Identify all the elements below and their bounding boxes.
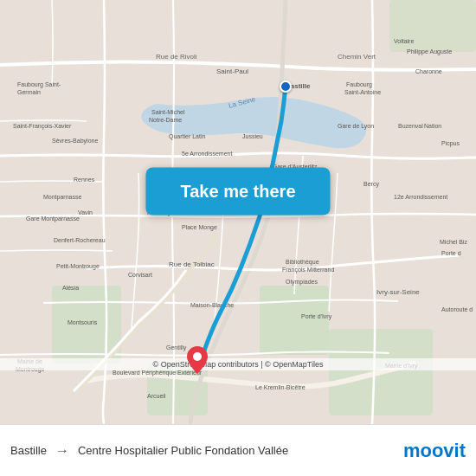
svg-text:Montparnasse: Montparnasse <box>43 194 81 201</box>
svg-text:Notre-Dame: Notre-Dame <box>149 117 182 123</box>
svg-text:Sèvres-Babylone: Sèvres-Babylone <box>52 138 98 145</box>
svg-text:Le Kremlin-Bicêtre: Le Kremlin-Bicêtre <box>255 384 306 390</box>
svg-text:Montsouris: Montsouris <box>68 319 98 325</box>
svg-text:Bercy: Bercy <box>363 181 379 188</box>
svg-text:Ivry-sur-Seine: Ivry-sur-Seine <box>376 288 420 296</box>
svg-text:Corvisart: Corvisart <box>128 272 152 278</box>
svg-text:Denfert-Rochereau: Denfert-Rochereau <box>54 237 106 243</box>
map-container: Rue de Rivoli Chemin Vert Voltaire Phili… <box>0 0 476 424</box>
moovit-logo: moovit <box>403 440 466 462</box>
svg-text:Saint-Paul: Saint-Paul <box>216 68 248 75</box>
svg-text:Jussieu: Jussieu <box>242 133 263 139</box>
svg-point-62 <box>193 352 202 361</box>
destination-marker <box>187 346 208 374</box>
origin-marker <box>280 80 292 93</box>
map-attribution: © OpenStreetMap contributors | © OpenMap… <box>0 358 476 370</box>
svg-text:Nation: Nation <box>424 123 441 129</box>
svg-text:5e Arrondissement: 5e Arrondissement <box>182 151 232 157</box>
footer-arrow: → <box>55 443 69 459</box>
svg-text:Saint-Michel: Saint-Michel <box>151 109 185 115</box>
svg-text:Faubourg: Faubourg <box>346 81 372 88</box>
svg-text:Saint-François-Xavier: Saint-François-Xavier <box>13 123 72 130</box>
svg-text:Olympiades: Olympiades <box>286 279 318 286</box>
svg-text:Picpus: Picpus <box>441 140 460 147</box>
svg-rect-1 <box>260 286 329 355</box>
footer-route: Bastille → Centre Hospitalier Public Fon… <box>10 443 288 459</box>
svg-text:Germain: Germain <box>17 89 41 95</box>
svg-text:Gentilly: Gentilly <box>166 344 187 351</box>
svg-text:Gare de Lyon: Gare de Lyon <box>338 123 374 130</box>
svg-text:François Mitterrand: François Mitterrand <box>282 267 334 273</box>
svg-text:Voltaire: Voltaire <box>394 38 414 44</box>
svg-text:Rue de Rivoli: Rue de Rivoli <box>156 53 197 61</box>
svg-text:Rue de Tolbiac: Rue de Tolbiac <box>169 261 215 268</box>
svg-text:Bibliothèque: Bibliothèque <box>286 259 319 266</box>
svg-text:Charonne: Charonne <box>415 68 442 74</box>
svg-rect-5 <box>389 0 476 52</box>
svg-text:Quartier Latin: Quartier Latin <box>169 133 206 140</box>
svg-text:Gare Montparnasse: Gare Montparnasse <box>26 215 80 222</box>
svg-text:Place Monge: Place Monge <box>182 224 217 231</box>
logo-text: moovit <box>403 440 466 462</box>
svg-text:Porte d'Ivry: Porte d'Ivry <box>301 313 332 320</box>
svg-text:Vavin: Vavin <box>78 209 93 215</box>
svg-text:Maison-Blanche: Maison-Blanche <box>190 302 234 308</box>
svg-text:Michel Biz: Michel Biz <box>440 239 467 245</box>
svg-text:Petit-Montrouge: Petit-Montrouge <box>56 263 100 270</box>
svg-text:Buzenval: Buzenval <box>398 123 423 129</box>
svg-text:Autoroute d: Autoroute d <box>441 306 473 312</box>
svg-text:Alésia: Alésia <box>62 285 79 291</box>
svg-text:Rennes: Rennes <box>74 177 95 183</box>
footer: Bastille → Centre Hospitalier Public Fon… <box>0 424 476 476</box>
svg-text:12e Arrondissement: 12e Arrondissement <box>394 194 447 200</box>
take-me-there-button[interactable]: Take me there <box>145 167 330 215</box>
footer-to: Centre Hospitalier Public Fondation Vall… <box>78 444 288 457</box>
svg-text:Saint-Antoine: Saint-Antoine <box>344 89 381 95</box>
svg-text:Porte d: Porte d <box>441 250 461 256</box>
svg-text:Faubourg Saint-: Faubourg Saint- <box>17 81 61 88</box>
svg-text:Arcueil: Arcueil <box>147 393 166 399</box>
footer-from: Bastille <box>10 444 47 457</box>
svg-text:Philippe Auguste: Philippe Auguste <box>407 48 452 55</box>
svg-text:Chemin Vert: Chemin Vert <box>338 53 376 61</box>
